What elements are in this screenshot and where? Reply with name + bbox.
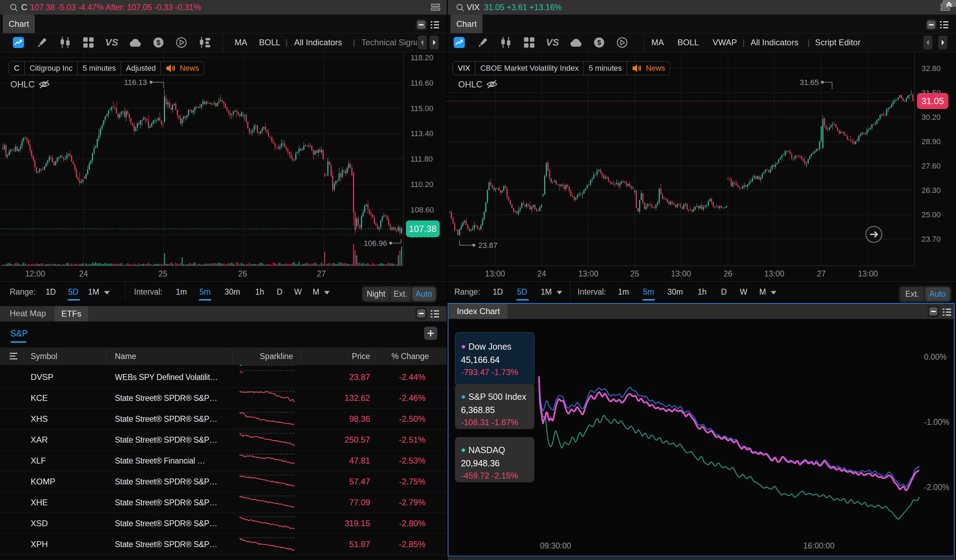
svg-text:116.13: 116.13 <box>124 78 147 87</box>
svg-text:30.20: 30.20 <box>921 113 941 121</box>
svg-text:-1.00%: -1.00% <box>924 418 950 426</box>
svg-text:113.40: 113.40 <box>410 129 434 138</box>
svg-text:27.60: 27.60 <box>921 162 941 170</box>
svg-text:0.00%: 0.00% <box>924 352 947 362</box>
svg-text:115.00: 115.00 <box>410 104 434 113</box>
svg-text:28.90: 28.90 <box>921 137 941 146</box>
svg-text:16:00:00: 16:00:00 <box>803 541 835 550</box>
svg-text:$: $ <box>597 39 601 46</box>
svg-text:116.60: 116.60 <box>410 79 434 87</box>
svg-text:107.38: 107.38 <box>409 223 437 234</box>
svg-text:-2.00%: -2.00% <box>924 483 950 492</box>
svg-text:26.30: 26.30 <box>921 186 941 195</box>
svg-text:110.20: 110.20 <box>410 180 434 189</box>
svg-text:32.80: 32.80 <box>921 64 941 73</box>
svg-text:23.70: 23.70 <box>921 235 941 244</box>
svg-text:23.87: 23.87 <box>478 241 497 250</box>
svg-text:25.00: 25.00 <box>921 210 941 219</box>
svg-text:31.65: 31.65 <box>800 78 819 87</box>
svg-text:118.20: 118.20 <box>410 53 434 62</box>
svg-text:108.60: 108.60 <box>410 206 434 214</box>
svg-text:111.80: 111.80 <box>410 155 433 163</box>
svg-text:31.05: 31.05 <box>921 96 944 106</box>
svg-text:106.96: 106.96 <box>364 239 387 248</box>
svg-text:09:30:00: 09:30:00 <box>540 541 571 550</box>
svg-text:$: $ <box>156 39 160 46</box>
